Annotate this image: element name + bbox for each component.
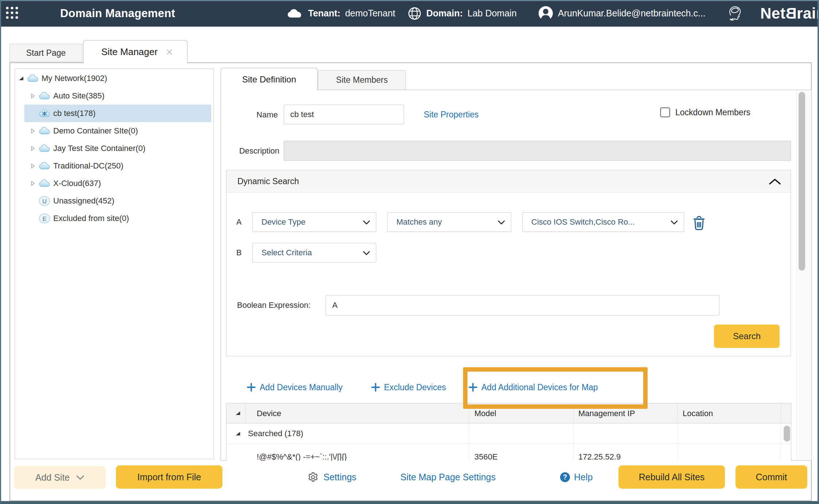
collapsed-arrow-icon[interactable] — [30, 93, 35, 98]
column-header-management-ip[interactable]: Management IP — [578, 403, 635, 423]
tree-selection-highlight — [24, 105, 211, 122]
description-label: Description — [226, 141, 279, 161]
expanded-arrow-icon[interactable] — [19, 76, 24, 81]
chevron-down-icon — [363, 220, 370, 225]
collapsed-arrow-icon[interactable] — [30, 146, 35, 151]
add-site-button[interactable]: Add Site — [14, 466, 106, 489]
commit-button[interactable]: Commit — [735, 465, 807, 489]
brain-icon[interactable] — [726, 4, 745, 23]
chevron-down-icon — [76, 475, 84, 480]
column-header-device[interactable]: Device — [257, 403, 281, 423]
tree-item-traditional-dc[interactable]: Traditional-DC(250) — [15, 157, 213, 175]
boolean-expression-label: Boolean Expression: — [237, 295, 311, 315]
tenant-value: demoTenant — [345, 8, 395, 19]
criteria-row-b-label: B — [236, 243, 242, 263]
site-map-page-settings-link[interactable]: Site Map Page Settings — [400, 465, 496, 489]
tab-site-members[interactable]: Site Members — [318, 70, 406, 90]
domain-value: Lab Domain — [467, 8, 517, 19]
top-header-bar: Domain Management Tenant: demoTenant Dom… — [0, 0, 819, 27]
dynamic-search-section — [226, 170, 791, 356]
tree-item-jay-test-site-container[interactable]: Jay Test Site Container(0) — [15, 140, 213, 157]
column-header-model[interactable]: Model — [474, 403, 496, 423]
tab-site-definition[interactable]: Site Definition — [221, 68, 318, 90]
collapsed-arrow-icon[interactable] — [30, 128, 35, 133]
site-leaf-cloud-icon — [39, 108, 50, 119]
device-table: Device Model Management IP Location Sear… — [226, 403, 791, 461]
user-info[interactable]: ArunKumar.Belide@netbraintech.c... — [538, 0, 706, 27]
device-table-row[interactable]: !@#$%^&*() -=+~`::.'|\/[]{} 3560E 172.25… — [226, 444, 791, 461]
select-criteria-dropdown[interactable]: Select Criteria — [252, 243, 376, 263]
plus-icon — [469, 383, 477, 392]
site-tree-panel: My Network(1902) Auto Site(385) cb test(… — [15, 69, 214, 459]
group-collapse-icon[interactable] — [235, 431, 241, 436]
chevron-down-icon — [671, 220, 678, 225]
search-button[interactable]: Search — [714, 325, 780, 348]
add-devices-manually-link[interactable]: Add Devices Manually — [247, 378, 343, 397]
domain-info: Domain: Lab Domain — [408, 0, 517, 27]
question-mark-icon — [560, 472, 570, 482]
lockdown-members-label: Lockdown Members — [675, 102, 750, 123]
network-cloud-icon — [27, 74, 39, 83]
app-launcher-grid-icon[interactable] — [5, 6, 19, 19]
tree-item-demo-container-site[interactable]: Demo Container SIte(0) — [15, 122, 213, 140]
device-type-dropdown[interactable]: Device Type — [252, 212, 376, 232]
device-type-value-dropdown[interactable]: Cisco IOS Switch,Cisco Ro... — [522, 212, 684, 232]
globe-icon — [408, 7, 422, 20]
collapse-chevron-icon[interactable] — [769, 178, 781, 185]
user-email: ArunKumar.Belide@netbraintech.c... — [558, 8, 706, 19]
table-collapse-icon[interactable] — [235, 411, 241, 415]
tree-item-my-network[interactable]: My Network(1902) — [15, 70, 213, 87]
user-avatar-icon — [538, 6, 553, 21]
domain-management-window: Domain Management Tenant: demoTenant Dom… — [0, 0, 819, 504]
settings-link[interactable]: Settings — [307, 465, 356, 489]
dynamic-search-title: Dynamic Search — [237, 177, 299, 186]
site-properties-link[interactable]: Site Properties — [424, 105, 479, 124]
table-group-row[interactable]: Searched (178) — [226, 423, 791, 444]
exclude-devices-link[interactable]: Exclude Devices — [371, 378, 446, 397]
lockdown-members-checkbox[interactable] — [660, 107, 670, 117]
excluded-icon — [39, 213, 50, 224]
rebuild-all-sites-button[interactable]: Rebuild All Sites — [618, 465, 725, 489]
import-from-file-button[interactable]: Import from File — [116, 465, 222, 489]
delete-criteria-icon[interactable] — [692, 216, 706, 230]
netbrain-logo: NetBrain — [760, 0, 819, 27]
chevron-down-icon — [498, 220, 505, 225]
site-cloud-icon — [39, 91, 50, 101]
tree-item-auto-site[interactable]: Auto Site(385) — [15, 87, 213, 105]
cell-device-name: !@#$%^&*() -=+~`::.'|\/[]{} — [257, 449, 347, 461]
tree-item-cb-test[interactable]: cb test(178) — [15, 105, 213, 122]
domain-label: Domain: — [426, 8, 463, 19]
site-cloud-icon — [39, 126, 50, 136]
tab-start-page[interactable]: Start Page — [9, 44, 82, 62]
panel-scrollbar-thumb[interactable] — [799, 92, 805, 271]
chevron-down-icon — [363, 251, 370, 255]
tab-site-manager-label: Site Manager — [101, 46, 158, 58]
unassigned-icon — [39, 196, 50, 206]
cell-model: 3560E — [474, 449, 498, 461]
close-tab-icon[interactable]: × — [166, 46, 173, 57]
collapsed-arrow-icon[interactable] — [30, 181, 35, 186]
tree-item-unassigned[interactable]: Unassigned(452) — [15, 192, 213, 210]
tab-site-manager[interactable]: Site Manager × — [83, 40, 187, 63]
add-additional-devices-for-map-link[interactable]: Add Additional Devices for Map — [469, 378, 598, 397]
site-cloud-icon — [39, 179, 50, 188]
name-label: Name — [226, 105, 278, 124]
dynamic-search-header[interactable]: Dynamic Search — [226, 170, 791, 193]
tree-item-excluded-from-site[interactable]: Excluded from site(0) — [15, 210, 213, 227]
matches-any-dropdown[interactable]: Matches any — [387, 212, 511, 232]
site-cloud-icon — [39, 161, 50, 171]
column-header-location[interactable]: Location — [683, 403, 713, 423]
table-scrollbar-thumb[interactable] — [784, 426, 790, 442]
tree-item-x-cloud[interactable]: X-Cloud(637) — [15, 175, 213, 192]
tenant-label: Tenant: — [308, 8, 340, 19]
plus-icon — [371, 383, 380, 392]
cloud-icon — [287, 8, 303, 19]
collapsed-arrow-icon[interactable] — [30, 163, 35, 168]
description-input[interactable] — [284, 141, 791, 161]
criteria-row-a-label: A — [236, 212, 242, 232]
help-link[interactable]: Help — [560, 465, 593, 489]
name-input[interactable]: cb test — [284, 105, 404, 124]
name-input-value: cb test — [290, 110, 314, 119]
boolean-expression-input[interactable]: A — [326, 295, 719, 315]
tenant-info: Tenant: demoTenant — [287, 0, 395, 27]
